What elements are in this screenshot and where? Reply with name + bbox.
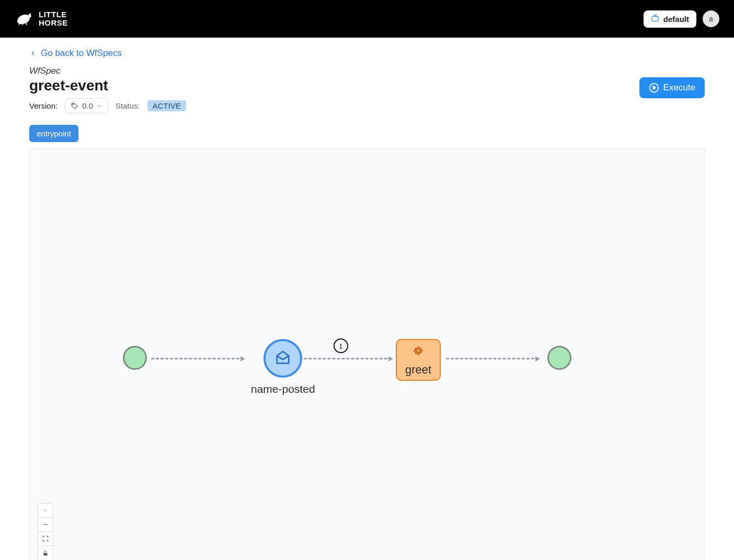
briefcase-icon (651, 14, 659, 24)
play-circle-icon (649, 83, 659, 93)
back-to-wfspecs-link[interactable]: Go back to WfSpecs (29, 48, 122, 59)
chevron-down-icon (96, 103, 102, 109)
workflow-canvas[interactable]: name-posted greet (29, 148, 705, 560)
svg-point-1 (73, 103, 74, 104)
execute-button[interactable]: Execute (639, 77, 705, 98)
end-node[interactable] (547, 346, 571, 370)
svg-rect-10 (44, 553, 48, 555)
mail-open-icon (274, 348, 292, 368)
lock-button[interactable] (38, 546, 53, 560)
edge-start-to-event (151, 358, 244, 359)
brand-text-line2: HORSE (39, 19, 68, 28)
zoom-out-button[interactable] (38, 518, 53, 532)
warning-icon[interactable] (334, 339, 348, 353)
version-selector[interactable]: 0.0 (65, 98, 108, 113)
svg-point-6 (417, 349, 420, 353)
svg-rect-0 (652, 16, 658, 21)
start-node[interactable] (123, 346, 147, 370)
version-field-label: Version: (29, 101, 58, 110)
maximize-icon (42, 535, 49, 542)
task-node[interactable]: greet (396, 339, 441, 381)
lock-icon (42, 550, 49, 556)
resource-kind-label: WfSpec (29, 66, 705, 76)
chevron-left-icon (29, 50, 37, 57)
tab-entrypoint[interactable]: entrypoint (29, 125, 78, 142)
tenant-label: default (663, 15, 689, 24)
version-value: 0.0 (82, 101, 93, 110)
wfspec-name: greet-event (29, 77, 186, 94)
fit-view-button[interactable] (38, 532, 53, 546)
back-link-text: Go back to WfSpecs (41, 48, 122, 59)
canvas-controls (38, 503, 53, 560)
minus-icon (42, 521, 49, 528)
svg-marker-3 (653, 86, 656, 90)
status-badge: ACTIVE (147, 100, 186, 111)
edge-task-to-end (446, 358, 539, 359)
app-header: LITTLE HORSE default a (0, 0, 734, 38)
plus-icon (42, 507, 49, 514)
brand-logo[interactable]: LITTLE HORSE (15, 9, 68, 28)
tag-icon (71, 102, 79, 110)
user-avatar[interactable]: a (703, 10, 719, 27)
horse-icon (15, 9, 33, 28)
avatar-initial: a (709, 15, 713, 23)
event-node-label: name-posted (251, 383, 315, 395)
tenant-selector-button[interactable]: default (644, 10, 696, 28)
external-event-node[interactable]: name-posted (251, 339, 315, 395)
gear-icon (411, 345, 426, 362)
brand-text-line1: LITTLE (39, 10, 68, 19)
zoom-in-button[interactable] (38, 504, 53, 518)
status-field-label: Status: (116, 101, 140, 110)
task-node-label: greet (405, 363, 431, 377)
execute-button-label: Execute (663, 83, 695, 93)
svg-point-5 (340, 347, 341, 348)
wfspec-meta-row: Version: 0.0 Status: ACTIVE (29, 98, 186, 113)
